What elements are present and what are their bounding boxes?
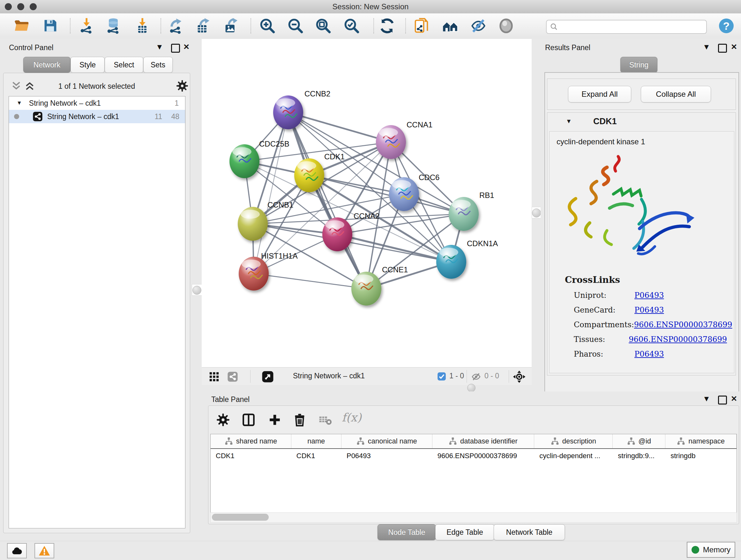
results-panel-close-icon[interactable]: ✕	[731, 43, 737, 51]
node-CCNA1[interactable]	[376, 125, 406, 159]
import-network-file-icon[interactable]	[78, 17, 95, 34]
node-CCNA2[interactable]	[322, 217, 352, 251]
export-image-icon[interactable]	[223, 17, 239, 34]
table-cell[interactable]: 9606.ENSP00000378699	[432, 449, 535, 463]
node-CCNB1[interactable]	[238, 207, 268, 241]
memory-button[interactable]: Memory	[687, 542, 735, 558]
node-CDC6[interactable]	[389, 177, 419, 211]
warning-status-button[interactable]	[35, 543, 54, 558]
tab-network-table[interactable]: Network Table	[494, 524, 565, 540]
table-options-gear-icon[interactable]	[216, 413, 230, 427]
create-column-plus-icon[interactable]	[268, 413, 282, 427]
edge-CCNB2-CCNA1[interactable]	[288, 112, 391, 142]
table-hscrollbar[interactable]	[210, 512, 737, 523]
refresh-view-icon[interactable]	[379, 17, 395, 34]
table-cell[interactable]: stringdb:9...	[613, 449, 665, 463]
edge-CCNB2-HIST1H1A[interactable]	[254, 112, 288, 273]
table-panel-collapse-icon[interactable]: ▼	[703, 395, 711, 403]
node-CDK1[interactable]	[294, 159, 324, 192]
tab-style[interactable]: Style	[71, 57, 105, 73]
tab-node-table[interactable]: Node Table	[378, 524, 436, 540]
crosslink-value-link[interactable]: P06493	[634, 306, 664, 314]
network-view-icon[interactable]	[227, 371, 238, 382]
table-panel-close-icon[interactable]: ✕	[731, 395, 737, 403]
crosslink-value-link[interactable]: P06493	[634, 291, 664, 300]
delete-column-trash-icon[interactable]	[293, 413, 307, 427]
import-table-file-icon[interactable]	[134, 17, 151, 34]
collapse-all-button[interactable]: Collapse All	[641, 86, 711, 103]
selected-checkbox-icon[interactable]	[437, 372, 446, 381]
zoom-in-icon[interactable]	[259, 17, 276, 34]
edge-CCNB2-CCNE1[interactable]	[288, 112, 366, 289]
grid-view-icon[interactable]	[209, 371, 219, 382]
table-panel-float-icon[interactable]	[718, 395, 727, 405]
help-icon[interactable]: ?	[718, 17, 735, 34]
edge-HIST1H1A-CCNE1[interactable]	[254, 273, 366, 289]
crosslink-value-link[interactable]: 9606.ENSP00000378699	[634, 320, 732, 329]
show-columns-icon[interactable]	[242, 413, 256, 427]
tab-string-results[interactable]: String	[620, 57, 657, 73]
cloud-status-button[interactable]	[7, 543, 27, 558]
zoom-fit-icon[interactable]	[315, 17, 332, 34]
results-panel-collapse-icon[interactable]: ▼	[703, 43, 711, 51]
column-header-shared-name[interactable]: shared name	[211, 434, 291, 448]
tab-sets[interactable]: Sets	[143, 57, 173, 73]
column-header-canonical-name[interactable]: canonical name	[341, 434, 432, 448]
vertical-splitter-right[interactable]	[532, 38, 541, 391]
table-cell[interactable]: CDK1	[211, 449, 291, 463]
table-row[interactable]: CDK1CDK1P064939606.ENSP00000378699cyclin…	[211, 449, 737, 463]
network-canvas[interactable]: CCNB2CCNA1CDC25BCDK1CDC6RB1CCNB1CCNA2CDK…	[202, 38, 532, 368]
edge-CCNA2-CDKN1A[interactable]	[337, 234, 451, 262]
string-document-icon[interactable]	[414, 17, 430, 34]
hide-panel-eye-icon[interactable]	[470, 17, 487, 34]
table-cell[interactable]: cyclin-dependent ...	[534, 449, 613, 463]
crosslink-value-link[interactable]: P06493	[634, 350, 664, 359]
control-panel-float-icon[interactable]	[171, 44, 180, 53]
table-cell[interactable]: P06493	[341, 449, 432, 463]
zoom-selected-icon[interactable]	[343, 17, 360, 34]
network-collection-row[interactable]: ▼ String Network – cdk1 1	[9, 97, 185, 110]
tree-expander-icon[interactable]: ▼	[17, 100, 22, 106]
results-panel-float-icon[interactable]	[718, 44, 727, 53]
table-cell[interactable]: CDK1	[291, 449, 341, 463]
table-body: CDK1CDK1P064939606.ENSP00000378699cyclin…	[211, 449, 737, 463]
horizontal-splitter[interactable]	[202, 385, 532, 391]
column-header-database-identifier[interactable]: database identifier	[432, 434, 535, 448]
node-CCNB2[interactable]	[273, 96, 303, 129]
open-session-icon[interactable]	[13, 17, 30, 34]
home-icon[interactable]	[442, 17, 459, 34]
tab-network[interactable]: Network	[23, 57, 71, 73]
export-network-icon[interactable]	[167, 17, 184, 34]
network-options-gear-icon[interactable]	[176, 79, 189, 92]
highlight-eye-icon[interactable]	[498, 17, 515, 34]
export-table-icon[interactable]	[195, 17, 212, 34]
table-cell[interactable]: stringdb	[665, 449, 737, 463]
node-CCNE1[interactable]	[351, 272, 381, 306]
node-CDC25B[interactable]	[229, 144, 259, 178]
birds-eye-view-icon[interactable]	[262, 371, 274, 383]
gene-section-expander-icon[interactable]: ▼	[566, 118, 572, 125]
control-panel-collapse-icon[interactable]: ▼	[156, 43, 163, 51]
node-RB1[interactable]	[449, 197, 479, 231]
zoom-out-icon[interactable]	[287, 17, 304, 34]
vertical-splitter-left[interactable]	[192, 38, 202, 541]
node-label-RB1: RB1	[479, 191, 494, 199]
tab-edge-table[interactable]: Edge Table	[435, 524, 494, 540]
node-CDKN1A[interactable]	[436, 245, 466, 279]
toolbar-separator	[70, 18, 71, 34]
control-panel-close-icon[interactable]: ✕	[183, 43, 190, 51]
column-header--id[interactable]: @id	[613, 434, 665, 448]
network-row-selected[interactable]: String Network – cdk1 11 48	[9, 110, 185, 123]
table-hscrollbar-thumb[interactable]	[212, 514, 269, 521]
search-input[interactable]	[561, 22, 702, 31]
expand-all-button[interactable]: Expand All	[568, 86, 631, 103]
column-header-namespace[interactable]: namespace	[665, 434, 737, 448]
crosslink-value-link[interactable]: 9606.ENSP00000378699	[629, 335, 727, 344]
node-HIST1H1A[interactable]	[239, 257, 269, 291]
column-header-description[interactable]: description	[534, 434, 613, 448]
import-network-database-icon[interactable]	[105, 17, 122, 34]
fit-selected-crosshair-icon[interactable]	[513, 370, 526, 383]
save-session-icon[interactable]	[42, 17, 59, 34]
tab-select[interactable]: Select	[105, 57, 143, 73]
column-header-name[interactable]: name	[291, 434, 341, 448]
